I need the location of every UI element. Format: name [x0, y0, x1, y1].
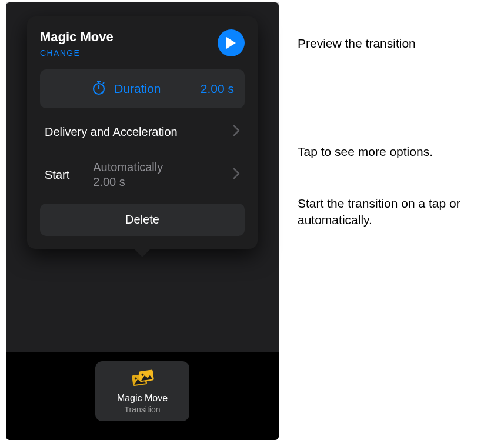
- play-icon: [225, 36, 237, 49]
- title-block: Magic Move CHANGE: [40, 29, 114, 58]
- svg-line-4: [103, 82, 104, 84]
- start-transition-row[interactable]: Start Automatically 2.00 s: [40, 149, 245, 200]
- start-label: Start: [45, 168, 69, 182]
- duration-value: 2.00 s: [201, 82, 234, 96]
- callout-line: [250, 152, 293, 152]
- preview-play-button[interactable]: [218, 29, 245, 56]
- chip-name: Magic Move: [101, 393, 183, 404]
- chip-sub: Transition: [101, 405, 183, 414]
- callout-line: [242, 44, 293, 44]
- change-link[interactable]: CHANGE: [40, 48, 114, 58]
- callout-start: Start the transition on a tap or automat…: [298, 195, 480, 229]
- popover-header: Magic Move CHANGE: [40, 29, 245, 58]
- chevron-right-icon: [233, 168, 240, 182]
- delivery-acceleration-row[interactable]: Delivery and Acceleration: [40, 114, 245, 149]
- delete-button[interactable]: Delete: [40, 204, 245, 236]
- editor-stage: Magic Move CHANGE Duration: [6, 2, 279, 440]
- duration-label: Duration: [114, 82, 192, 96]
- transition-chip[interactable]: Magic Move Transition: [95, 361, 189, 421]
- callout-preview: Preview the transition: [298, 35, 416, 52]
- transition-popover: Magic Move CHANGE Duration: [27, 16, 258, 249]
- stopwatch-icon: [92, 80, 106, 98]
- callout-delivery: Tap to see more options.: [298, 144, 433, 160]
- popover-tail: [133, 248, 152, 257]
- start-value: Automatically 2.00 s: [78, 160, 225, 189]
- svg-rect-7: [139, 369, 154, 382]
- callout-line: [250, 204, 293, 204]
- duration-slider[interactable]: Duration 2.00 s: [40, 69, 245, 108]
- delivery-label: Delivery and Acceleration: [45, 125, 225, 139]
- magic-move-icon: [129, 369, 156, 388]
- chevron-right-icon: [233, 125, 240, 139]
- popover-title: Magic Move: [40, 29, 114, 45]
